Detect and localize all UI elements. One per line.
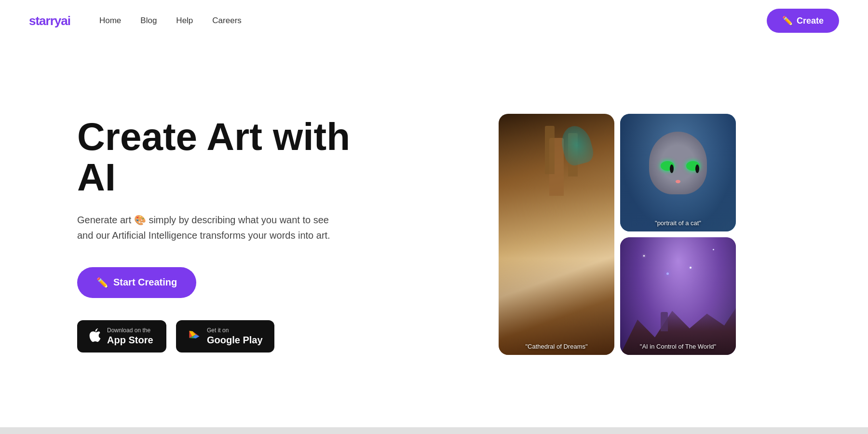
nav-help[interactable]: Help xyxy=(176,16,193,26)
image-card-cathedral: "Cathedral of Dreams" xyxy=(499,114,614,355)
logo-text: starryai xyxy=(29,14,70,28)
hero-subtitle: Generate art 🎨 simply by describing what… xyxy=(77,212,357,243)
hero-right-images: "Cathedral of Dreams" "portrait of a cat… xyxy=(357,114,839,355)
app-store-text: Download on the App Store xyxy=(107,327,153,346)
create-button[interactable]: ✏️ Create xyxy=(767,9,839,33)
image-card-cat: "portrait of a cat" xyxy=(620,114,736,231)
nav-home[interactable]: Home xyxy=(99,16,121,26)
google-play-pre-label: Get it on xyxy=(207,327,263,334)
start-creating-icon: ✏️ xyxy=(96,277,108,288)
cathedral-label: "Cathedral of Dreams" xyxy=(525,343,587,350)
mountains-label: "AI in Control of The World" xyxy=(640,343,716,350)
google-play-text: Get it on Google Play xyxy=(207,327,263,346)
hero-section: Create Art with AI Generate art 🎨 simply… xyxy=(0,41,868,427)
subtitle-line1: Generate art 🎨 simply by describing what… xyxy=(77,215,329,225)
google-play-main-label: Google Play xyxy=(207,335,263,346)
store-buttons-container: Download on the App Store xyxy=(77,320,357,353)
create-label: Create xyxy=(797,16,824,26)
subtitle-line2: and our Artificial Intelligence transfor… xyxy=(77,230,330,241)
hero-left-content: Create Art with AI Generate art 🎨 simply… xyxy=(77,117,357,353)
nav-careers[interactable]: Careers xyxy=(212,16,241,26)
nav-blog[interactable]: Blog xyxy=(140,16,157,26)
app-store-main-label: App Store xyxy=(107,335,153,346)
cat-label: "portrait of a cat" xyxy=(655,219,701,227)
brand-logo[interactable]: starryai xyxy=(29,14,70,28)
google-play-icon xyxy=(188,329,201,343)
nav-links: Home Blog Help Careers xyxy=(99,16,767,26)
create-icon: ✏️ xyxy=(782,15,793,26)
hero-title: Create Art with AI xyxy=(77,117,357,198)
navbar: starryai Home Blog Help Careers ✏️ Creat… xyxy=(0,0,868,41)
start-creating-button[interactable]: ✏️ Start Creating xyxy=(77,267,196,298)
image-card-mountains: "AI in Control of The World" xyxy=(620,237,736,355)
google-play-button[interactable]: Get it on Google Play xyxy=(176,320,274,353)
apple-icon xyxy=(89,328,101,344)
footer-bar xyxy=(0,427,868,434)
app-store-button[interactable]: Download on the App Store xyxy=(77,320,166,353)
app-store-pre-label: Download on the xyxy=(107,327,153,334)
image-grid: "Cathedral of Dreams" "portrait of a cat… xyxy=(499,114,736,355)
start-creating-label: Start Creating xyxy=(113,277,177,288)
